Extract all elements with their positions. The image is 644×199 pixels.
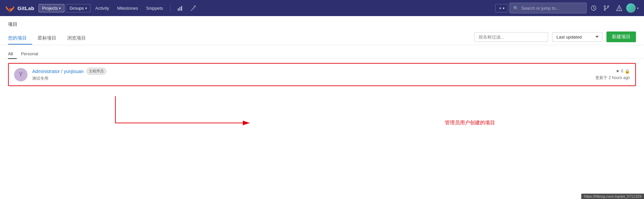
wrench-icon-button[interactable]: [187, 4, 199, 12]
gitlab-brand-text: GitLab: [17, 5, 35, 11]
project-meta: ★ 0 🔒 更新于 2 hours ago: [595, 69, 630, 81]
bottom-url-bar: https://hlbryg.cvun.top/jet_5711329: [581, 194, 644, 199]
new-item-chevron-icon: ▾: [503, 6, 504, 10]
chart-icon: [177, 5, 183, 11]
chart-icon-button[interactable]: [175, 4, 186, 12]
project-updated-time: 更新于 2 hours ago: [595, 75, 630, 81]
project-name-link[interactable]: Administrator / yunjisuan: [32, 69, 84, 74]
tab-your-projects[interactable]: 您的项目: [8, 32, 32, 45]
lock-icon: 🔒: [625, 69, 630, 74]
merge-request-icon-button[interactable]: [601, 4, 612, 12]
clock-icon: [591, 5, 597, 11]
avatar-image: [626, 3, 636, 13]
search-box: 🔍: [509, 3, 587, 13]
avatar-chevron-icon: ▾: [637, 6, 639, 10]
star-icon: ★: [616, 69, 620, 73]
wrench-icon: [190, 5, 196, 11]
groups-chevron-icon: ▾: [85, 6, 87, 10]
svg-rect-0: [178, 8, 179, 11]
sub-tab-all[interactable]: All: [8, 49, 17, 59]
issues-icon-button[interactable]: [613, 4, 625, 12]
filter-input[interactable]: [474, 32, 548, 42]
annotation-area: 管理员用户创建的项目: [8, 93, 636, 146]
projects-menu-button[interactable]: Projects ▾: [39, 4, 65, 12]
svg-rect-2: [181, 6, 182, 11]
project-description: 测试专用: [32, 76, 595, 81]
project-title-row: Administrator / yunjisuan 主程序员: [32, 68, 595, 75]
svg-point-5: [607, 6, 609, 7]
svg-point-6: [604, 9, 605, 10]
tab-explore-projects[interactable]: 浏览项目: [62, 32, 91, 45]
nav-divider: [170, 4, 171, 12]
annotation-arrow: [75, 93, 293, 143]
page-title: 项目: [0, 16, 644, 27]
milestones-link[interactable]: Milestones: [114, 4, 141, 12]
svg-point-4: [604, 6, 605, 7]
new-project-button[interactable]: 新建项目: [606, 31, 636, 42]
new-item-button[interactable]: + ▾: [495, 4, 508, 12]
tab-controls: Last updated Name Created date 新建项目: [474, 31, 636, 45]
merge-request-icon: [603, 5, 609, 11]
star-count: 0: [621, 69, 623, 73]
snippets-link[interactable]: Snippets: [143, 4, 166, 12]
annotation-text: 管理员用户创建的项目: [445, 120, 495, 126]
user-avatar-button[interactable]: [626, 3, 636, 13]
project-avatar: Y: [14, 68, 28, 81]
issues-icon: [616, 5, 622, 11]
clock-icon-button[interactable]: [588, 4, 599, 12]
main-tabs: 您的项目 星标项目 浏览项目 Last updated Name Created…: [0, 27, 644, 45]
project-list: Y Administrator / yunjisuan 主程序员 测试专用 ★ …: [0, 59, 644, 93]
main-content: 项目 您的项目 星标项目 浏览项目 Last updated Name Crea…: [0, 16, 644, 199]
activity-link[interactable]: Activity: [92, 4, 112, 12]
projects-chevron-icon: ▾: [59, 6, 61, 10]
search-input[interactable]: [521, 6, 583, 11]
sub-tab-personal[interactable]: Personal: [17, 49, 42, 59]
sub-tabs: All Personal: [0, 45, 644, 59]
project-item: Y Administrator / yunjisuan 主程序员 测试专用 ★ …: [8, 63, 636, 86]
topnav: GitLab Projects ▾ Groups ▾ Activity Mile…: [0, 0, 644, 16]
groups-menu-button[interactable]: Groups ▾: [66, 4, 91, 12]
logo-area: GitLab: [5, 3, 35, 13]
sort-dropdown[interactable]: Last updated Name Created date: [552, 32, 602, 42]
svg-rect-1: [179, 7, 180, 11]
project-stars-row: ★ 0 🔒: [616, 69, 630, 74]
search-icon: 🔍: [513, 6, 519, 11]
project-role-badge: 主程序员: [86, 68, 106, 75]
gitlab-fox-icon: [5, 3, 15, 13]
tab-starred-projects[interactable]: 星标项目: [32, 32, 62, 45]
project-info: Administrator / yunjisuan 主程序员 测试专用: [32, 68, 595, 81]
